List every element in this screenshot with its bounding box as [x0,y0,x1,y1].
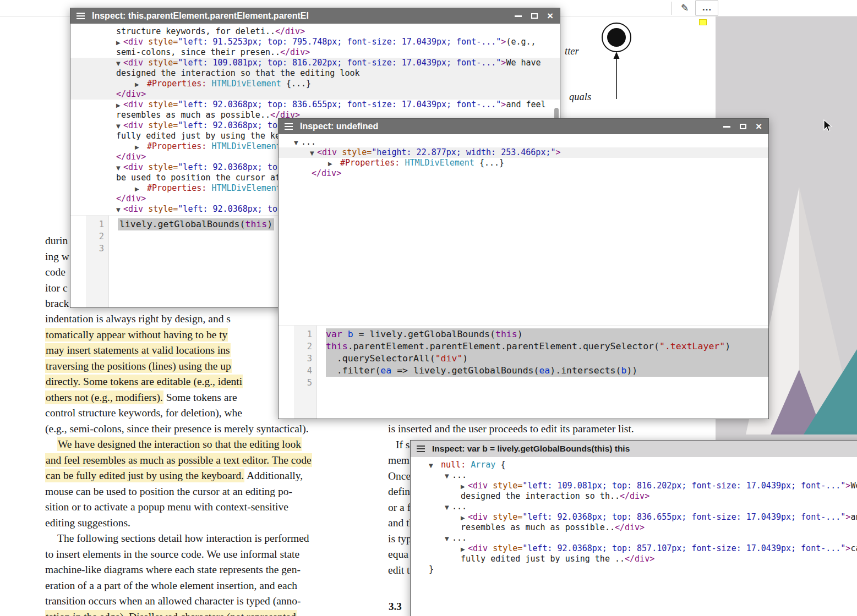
line-number: 4 [294,365,312,377]
inspector-tree-row[interactable]: </div> [70,89,560,100]
window-titlebar[interactable]: Inspect: var b = lively.getGlobalBounds(… [411,441,857,457]
text-segment: .querySelectorAll( [326,353,435,364]
inspector-tree-row[interactable]: ▼... [411,502,857,512]
code-line[interactable]: .filter(ea => lively.getGlobalBounds(ea)… [326,365,768,377]
minimize-icon[interactable] [723,126,730,128]
final-state-inner-circle [607,28,626,47]
text-segment: directly. Some tokens are editable (e.g.… [45,375,243,388]
inspector-tree-row[interactable]: ▼<div style="height: 22.877px; width: 25… [279,147,768,158]
text-segment: <div [123,204,143,214]
inspector-tree-row[interactable]: resembles as much as possible..</div> [411,522,857,533]
text-segment: tation in the edge). Disallowed characte… [45,610,297,616]
text-segment: fully edited just by using the ke [116,131,280,141]
inspector-tree-row[interactable]: ▼... [279,137,768,147]
text-segment: We have [506,58,541,68]
maximize-icon[interactable] [531,13,538,19]
code-line[interactable]: lively.getGlobalBounds(this) [118,218,274,230]
text-segment: ) [725,341,730,351]
text-segment: Array [466,460,495,470]
inspector-tree-row[interactable]: ▶ #Properties: HTMLDivElement {...} [70,79,560,89]
tree-arrow-icon: ▼ [116,163,123,173]
diagram-edge-label: tter [565,46,579,57]
window-menu-icon[interactable] [417,446,425,452]
inspector-tree-row[interactable]: structure keywords, for deleti..</div> [70,26,560,37]
text-segment: </div> [280,47,310,57]
line-number: 5 [294,377,312,389]
text-segment: #Properties: [142,79,206,89]
text-segment: "left: 92.0368px; top: 857.107px; font-s… [522,543,845,553]
code-line[interactable]: this.parentElement.parentElement.parentE… [326,340,768,353]
minimize-icon[interactable] [515,15,522,17]
tree-arrow-icon: ▶ [116,37,123,48]
text-segment: equa [388,548,408,560]
inspector-tree-row[interactable]: ▼ null: Array { [411,460,857,470]
text-segment: (e.g., [506,37,536,47]
window-menu-icon[interactable] [285,123,293,130]
text-segment: </div> [116,152,146,162]
window-titlebar[interactable]: Inspect: undefined × [279,119,768,134]
pdf-text-line: machine-like diagrams where each state r… [45,562,370,578]
pdf-text-line: sition or to activate a popup menu with … [45,499,370,515]
inspector-tree-row[interactable]: designed the interaction so th..</div> [411,491,857,502]
annotation-marker-yellow [699,19,707,25]
inspector-tree-row[interactable]: </div> [279,168,768,179]
close-icon[interactable]: × [756,122,762,131]
inspector-tree-row[interactable]: ▶<div style="left: 109.081px; top: 816.2… [411,481,857,491]
inspector-tree-row[interactable]: ▼... [411,533,857,543]
text-segment: is inserted and the user proceeds to edi… [388,423,634,435]
inspector-window-2: Inspect: undefined × ▼...▼<div style="he… [278,118,769,419]
edit-pencil-icon[interactable]: ✎ [677,1,692,15]
inspector-tree-row[interactable]: ▼<div style="left: 109.081px; top: 816.2… [70,58,560,68]
inspector-tree-row[interactable]: } [411,564,857,575]
code-line[interactable] [326,377,768,389]
text-segment: "left: 109.081px; top: 816.202px; font-s… [522,481,845,491]
text-segment: </div> [275,26,305,36]
text-segment: editing suggestions. [45,517,130,529]
text-segment: > [555,147,560,157]
text-segment: and feel [506,100,545,109]
text-segment: eration of a a part of the whole element… [45,580,297,591]
tree-arrow-icon: ▶ [461,513,468,523]
tree-arrow-icon: ▶ [116,100,123,111]
close-icon[interactable]: × [547,12,553,20]
text-segment: may insert statements at valid locations… [45,343,231,357]
inspector-tree-row[interactable]: ▶<div style="left: 92.0368px; top: 836.6… [70,100,560,110]
text-segment: .filter( [326,365,380,376]
inspector-tree-row[interactable]: ▶<div style="left: 92.0368px; top: 836.6… [411,512,857,522]
text-segment: brack [45,298,69,309]
window-menu-icon[interactable] [77,13,85,19]
text-segment: style= [143,204,178,214]
inspector-tree-row[interactable]: fully edited just by using the ..</div> [411,554,857,564]
text-segment: We [850,481,857,491]
inspector-tree-row[interactable]: ▼... [411,470,857,481]
text-segment: this [326,341,348,351]
tree-arrow-icon: ▼ [116,205,123,215]
text-segment: sition or to activate a popup menu with … [45,501,288,513]
text-segment: <div [468,543,488,553]
inspector-tree-row[interactable]: semi-colons, since their presen..</div> [70,47,560,58]
text-segment: b [621,365,626,376]
text-segment: style= [337,147,372,157]
text-segment: mem [388,454,410,466]
inspector-tree-row[interactable]: ▶<div style="left: 91.5253px; top: 795.7… [70,37,560,47]
code-line[interactable]: .querySelectorAll("div") [326,353,768,365]
tree-arrow-icon: ▼ [310,148,317,158]
inspector-tree-row[interactable]: ▶<div style="left: 92.0368px; top: 857.1… [411,543,857,554]
more-options-button[interactable]: … [695,0,718,16]
code-editor[interactable]: 12345 var b = lively.getGlobalBounds(thi… [279,325,768,419]
inspector-tree-row[interactable]: designed the interaction so that the edi… [70,68,560,79]
code-line[interactable]: var b = lively.getGlobalBounds(this) [326,328,768,340]
window-title: Inspect: undefined [300,122,378,131]
text-segment: "left: 92.0368px; top: 836.655px; font-s… [522,512,845,522]
text-segment: style= [488,481,522,491]
inspector-tree-row[interactable]: ▶ #Properties: HTMLDivElement {...} [279,158,768,168]
text-segment: We have designed the interaction so that… [57,437,302,451]
text-segment: edit t [388,564,410,576]
maximize-icon[interactable] [740,124,746,129]
text-segment: If s [396,439,410,450]
tree-arrow-icon: ▼ [116,121,123,131]
window-titlebar[interactable]: Inspect: this.parentElement.parentElemen… [70,8,560,24]
text-segment: var [326,329,342,339]
text-segment: ... [301,137,316,147]
editor-code[interactable]: var b = lively.getGlobalBounds(this)this… [317,326,768,419]
